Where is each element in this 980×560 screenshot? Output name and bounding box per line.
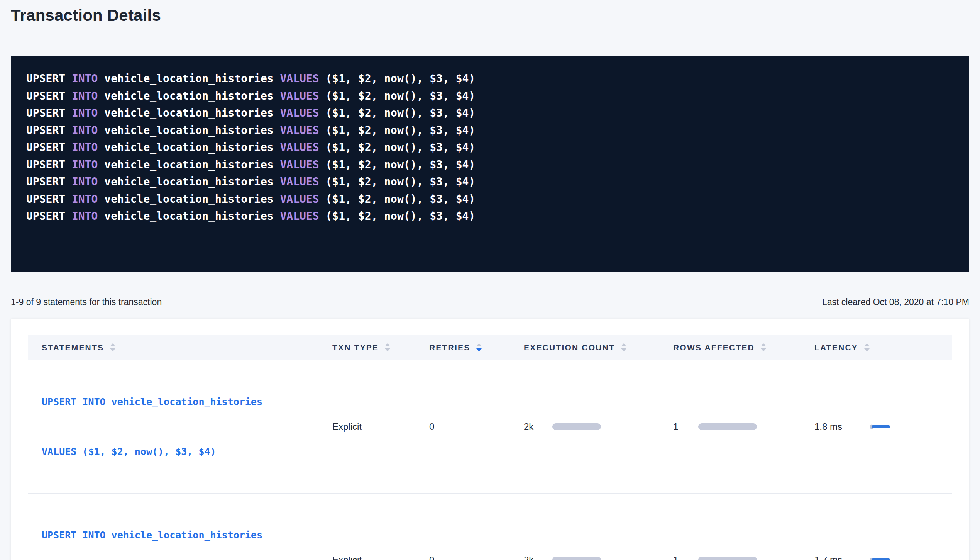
rows-affected-value: 1 (673, 421, 698, 432)
sql-table-name: vehicle_location_histories (104, 175, 280, 188)
execution-count-value: 2k (524, 421, 552, 432)
sort-icon-active-desc (476, 343, 482, 351)
execution-count-bar (552, 423, 601, 430)
sql-keyword: VALUES (280, 193, 325, 205)
sql-table-name: vehicle_location_histories (104, 141, 280, 154)
sql-keyword: INTO (72, 158, 104, 171)
sql-table-name: vehicle_location_histories (104, 124, 280, 137)
table-meta-row: 1-9 of 9 statements for this transaction… (11, 297, 969, 307)
sql-keyword: UPSERT (26, 175, 72, 188)
sql-code-line: UPSERT INTO vehicle_location_histories V… (26, 208, 954, 225)
page-title: Transaction Details (11, 0, 969, 25)
latency-value: 1.7 ms (814, 555, 871, 560)
latency-bar-chart (871, 424, 892, 429)
sort-icon (621, 343, 626, 351)
sql-table-name: vehicle_location_histories (104, 72, 280, 85)
sql-keyword: UPSERT (26, 72, 72, 85)
column-label: Rows Affected (673, 343, 755, 352)
txn-type-cell: Explicit (318, 360, 415, 493)
sql-table-name: vehicle_location_histories (104, 90, 280, 102)
column-label: Execution Count (524, 343, 615, 352)
latency-bar (872, 558, 890, 560)
sql-keyword: VALUES (280, 107, 325, 119)
sql-keyword: UPSERT (26, 90, 72, 102)
sql-keyword: INTO (72, 72, 104, 85)
sql-keyword: VALUES (280, 210, 325, 222)
column-header-retries[interactable]: Retries (415, 335, 510, 360)
sql-table-name: vehicle_location_histories (104, 107, 280, 119)
column-header-rows-affected[interactable]: Rows Affected (659, 335, 801, 360)
latency-bar (872, 425, 890, 428)
sql-keyword: INTO (72, 107, 104, 119)
sql-code-line: UPSERT INTO vehicle_location_histories V… (26, 105, 954, 122)
sort-icon (110, 343, 115, 351)
statement-count-label: 1-9 of 9 statements for this transaction (11, 297, 162, 307)
column-label: Retries (429, 343, 470, 352)
statement-line-1: UPSERT INTO vehicle_location_histories (42, 527, 318, 543)
sql-keyword: VALUES (280, 90, 325, 102)
sql-args: ($1, $2, now(), $3, $4) (325, 193, 475, 205)
column-label: Latency (814, 343, 858, 352)
table-row: UPSERT INTO vehicle_location_histories V… (28, 360, 952, 493)
latency-cell: 1.8 ms (801, 360, 952, 493)
column-header-latency[interactable]: Latency (801, 335, 952, 360)
rows-affected-cell: 1 (659, 493, 801, 560)
latency-value: 1.8 ms (814, 421, 871, 432)
sql-keyword: VALUES (280, 124, 325, 137)
sql-args: ($1, $2, now(), $3, $4) (325, 90, 475, 102)
table-row: UPSERT INTO vehicle_location_histories V… (28, 493, 952, 560)
statements-table-card: Statements Txn Type Retries (11, 319, 969, 560)
sql-code-line: UPSERT INTO vehicle_location_histories V… (26, 156, 954, 174)
sql-keyword: INTO (72, 210, 104, 222)
execution-count-cell: 2k (510, 360, 659, 493)
sql-code-line: UPSERT INTO vehicle_location_histories V… (26, 88, 954, 105)
sql-keyword: INTO (72, 175, 104, 188)
sql-code-line: UPSERT INTO vehicle_location_histories V… (26, 191, 954, 208)
sql-args: ($1, $2, now(), $3, $4) (325, 107, 475, 119)
sql-keyword: VALUES (280, 175, 325, 188)
sql-keyword: UPSERT (26, 210, 72, 222)
sort-icon (385, 343, 390, 351)
column-header-execution-count[interactable]: Execution Count (510, 335, 659, 360)
sql-keyword: INTO (72, 124, 104, 137)
sort-icon (761, 343, 766, 351)
sql-keyword: INTO (72, 193, 104, 205)
sql-code-line: UPSERT INTO vehicle_location_histories V… (26, 122, 954, 139)
sql-code-line: UPSERT INTO vehicle_location_histories V… (26, 139, 954, 156)
sql-keyword: UPSERT (26, 193, 72, 205)
rows-affected-bar (698, 423, 757, 430)
sql-keyword: INTO (72, 90, 104, 102)
sql-table-name: vehicle_location_histories (104, 158, 280, 171)
statement-link[interactable]: UPSERT INTO vehicle_location_histories V… (28, 360, 318, 493)
rows-affected-value: 1 (673, 555, 698, 560)
statement-line-1: UPSERT INTO vehicle_location_histories (42, 394, 318, 410)
sql-statements-preview: UPSERT INTO vehicle_location_histories V… (11, 56, 969, 272)
execution-count-value: 2k (524, 555, 552, 560)
sql-keyword: VALUES (280, 141, 325, 154)
sql-keyword: VALUES (280, 72, 325, 85)
execution-count-cell: 2k (510, 493, 659, 560)
sql-args: ($1, $2, now(), $3, $4) (325, 141, 475, 154)
statement-link[interactable]: UPSERT INTO vehicle_location_histories V… (28, 493, 318, 560)
column-header-statements[interactable]: Statements (28, 335, 318, 360)
sql-args: ($1, $2, now(), $3, $4) (325, 124, 475, 137)
column-header-txn-type[interactable]: Txn Type (318, 335, 415, 360)
column-label: Txn Type (332, 343, 379, 352)
last-cleared-label: Last cleared Oct 08, 2020 at 7:10 PM (822, 297, 969, 307)
sql-table-name: vehicle_location_histories (104, 210, 280, 222)
rows-affected-bar (698, 557, 757, 560)
rows-affected-cell: 1 (659, 360, 801, 493)
sql-args: ($1, $2, now(), $3, $4) (325, 210, 475, 222)
sql-code-line: UPSERT INTO vehicle_location_histories V… (26, 70, 954, 88)
sql-keyword: VALUES (280, 158, 325, 171)
sql-args: ($1, $2, now(), $3, $4) (325, 72, 475, 85)
table-header-row: Statements Txn Type Retries (28, 335, 952, 360)
column-label: Statements (42, 343, 104, 352)
sql-keyword: UPSERT (26, 141, 72, 154)
execution-count-bar (552, 557, 601, 560)
retries-cell: 0 (415, 493, 510, 560)
transaction-details-page: Transaction Details UPSERT INTO vehicle_… (0, 0, 980, 560)
sql-keyword: UPSERT (26, 124, 72, 137)
statements-table: Statements Txn Type Retries (28, 335, 952, 560)
statement-line-2: VALUES ($1, $2, now(), $3, $4) (42, 443, 318, 460)
